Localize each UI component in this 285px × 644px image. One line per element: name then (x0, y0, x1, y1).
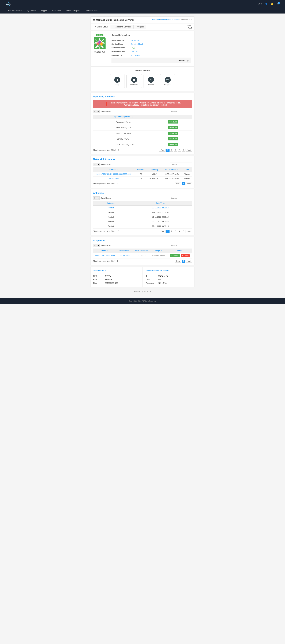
page-button[interactable]: Prev (175, 260, 182, 262)
spec-row: RAM 8192 MB (93, 278, 139, 281)
action-sort-icon[interactable]: ▲ (113, 202, 115, 204)
info-row-service-group: Service Group Server/VPS (112, 38, 191, 42)
snapshot-button[interactable]: 📷 Snapshot (160, 74, 175, 88)
logo: WISECP (6, 2, 11, 6)
address-sort-icon[interactable]: ▲ (117, 168, 119, 170)
breadcrumb-client-area[interactable]: Client Area (151, 19, 160, 21)
snapshot-image: Centos-8-stream (150, 253, 168, 258)
page-button[interactable]: Prev (159, 148, 166, 152)
bell-icon[interactable]: 🔔 (271, 2, 274, 5)
tab-additional-services[interactable]: ✦ Additional Services (111, 25, 133, 29)
table-row: AlmaLinux 9 (Linux) ↻ Rebuild (93, 125, 192, 130)
page-button[interactable]: 1 (166, 230, 170, 233)
network-record-count-select[interactable]: 510 (93, 163, 100, 166)
snapshots-table: Name ▲ Created On ▲ Auto Delete On Image… (93, 248, 192, 258)
activity-action: Restart (93, 215, 129, 220)
rebuild-button[interactable]: ↻ Rebuild (168, 120, 178, 124)
os-name: AlmaLinux 9 (Linux) (93, 125, 154, 130)
page-button[interactable]: 4 (178, 148, 182, 152)
page-button[interactable]: 3 (174, 148, 178, 152)
mac-sort-icon[interactable]: ▲ (177, 168, 179, 170)
cart-icon[interactable]: 🛒 0 (277, 3, 279, 5)
page-button[interactable]: 5 (182, 230, 186, 233)
page-button[interactable]: 1 (182, 182, 186, 185)
page-button[interactable]: 2 (170, 230, 174, 233)
activities-showing-text: Showing records from 21 to 1 - 5 (93, 230, 119, 232)
network-search-input[interactable] (170, 162, 192, 166)
rebuild-button[interactable]: ↻ Rebuild (168, 132, 178, 135)
nav-buy-new-service[interactable]: Buy New Service (6, 8, 24, 14)
activities-search-input[interactable] (170, 196, 192, 200)
shutdown-label: Shutdown (130, 84, 138, 86)
nav-bar: Buy New Service My Services Support My A… (0, 8, 285, 14)
activity-datetime: 20-11-2022 22:11:14 (129, 206, 192, 210)
activities-record-count-select[interactable]: 510 (93, 196, 100, 200)
created-sort-icon[interactable]: ▲ (129, 250, 131, 252)
tab-server-details[interactable]: ≡ Server Details (93, 25, 110, 29)
specifications-title: Specifications (93, 269, 139, 272)
shutdown-button[interactable]: ⏹ Shutdown (126, 74, 142, 88)
table-row: 38.242.140.0 21 38.242.136.1 00:50:56:48… (93, 176, 192, 181)
reboot-button[interactable]: ↻ Reboot (144, 74, 158, 88)
name-sort-icon[interactable]: ▲ (107, 250, 109, 252)
page-button[interactable]: Next (186, 182, 192, 185)
rebuild-button[interactable]: ↻ Rebuild (168, 137, 178, 140)
activities-show-record: 510 Show Record (93, 196, 111, 200)
spec-label: CPU (93, 275, 105, 277)
image-sort-icon[interactable]: ▲ (161, 250, 162, 252)
activity-datetime: 22-11-2022 00:11:43 (129, 220, 192, 224)
breadcrumb-servers[interactable]: Servers (172, 19, 178, 21)
page-button[interactable]: 4 (178, 230, 182, 233)
user-icon[interactable]: 👤 (265, 2, 268, 5)
upgrade-icon: ↑ (136, 26, 136, 28)
access-row: User root (146, 278, 192, 281)
page-button[interactable]: Prev (159, 230, 166, 233)
stop-label: Stop (114, 84, 121, 86)
page-button[interactable]: Next (186, 148, 192, 152)
page-button[interactable]: Next (186, 230, 192, 233)
page-button[interactable]: 1 (166, 148, 170, 152)
page-button[interactable]: 3 (174, 230, 178, 233)
breadcrumb-my-services[interactable]: My Services (161, 19, 171, 21)
network-gateway: 38.242.136.1 (147, 176, 162, 181)
access-value: ,Y31-wR7/U (158, 282, 167, 284)
restore-button[interactable]: ↩ Restore (170, 254, 180, 257)
page-button[interactable]: Prev (175, 182, 182, 185)
reboot-label: Reboot (147, 84, 155, 86)
activities-table: Action ▲ Date Time Restart 20-11-2022 22… (93, 201, 192, 228)
table-row: 2a02:c206:2109:3118:0000:0000:0000:0001 … (93, 172, 192, 176)
nav-support[interactable]: Support (39, 8, 50, 14)
sort-icon[interactable]: ▲ (131, 116, 133, 118)
operating-systems-section: Operating Systems ❗ Rebuilding your serv… (90, 93, 194, 154)
snapshots-search-input[interactable] (170, 244, 192, 247)
rebuild-button[interactable]: ↻ Rebuild (168, 126, 178, 129)
status-active-badge: Active (131, 47, 138, 49)
nav-knowledge-base[interactable]: Knowledge Base (82, 8, 100, 14)
info-row-status: Services Status Active (112, 46, 191, 50)
activities-table-controls: 510 Show Record (93, 196, 192, 200)
os-search-input[interactable] (170, 110, 192, 114)
activities-pagination: Showing records from 21 to 1 - 5 Prev123… (93, 230, 192, 233)
snapshots-record-count-select[interactable]: 510 (93, 244, 100, 247)
nav-my-account[interactable]: My Account (50, 8, 64, 14)
snapshot-name: vmi1093118-22-11-2022 (93, 253, 117, 258)
page-button[interactable]: 1 (182, 260, 186, 262)
page-button[interactable]: Next (186, 260, 192, 262)
nav-my-services[interactable]: My Services (24, 8, 38, 14)
tab-upgrade[interactable]: ↑ Upgrade (134, 25, 146, 29)
os-record-count-select[interactable]: 51025 (93, 110, 100, 113)
rebuild-button[interactable]: ↻ Rebuild (168, 143, 178, 146)
stop-button[interactable]: ⏸ Stop (110, 74, 125, 88)
col-created-on: Created On ▲ (117, 248, 133, 253)
page-button[interactable]: 5 (182, 148, 186, 152)
col-address: Address ▲ (93, 167, 135, 172)
network-netmask: 64 (135, 172, 147, 176)
delete-button[interactable]: ✕ Delete (181, 254, 190, 257)
nav-reseller-program[interactable]: Reseller Program (64, 8, 82, 14)
service-ip: 38.242.140.0 (94, 51, 106, 53)
currency-selector[interactable]: USD (258, 3, 262, 5)
page-button[interactable]: 2 (170, 148, 174, 152)
snapshots-showing-text: Showing records from 1 to 1 - 1 (93, 260, 118, 262)
col-mac: MAC Address ▲ (162, 167, 182, 172)
logo-icon: WISECP (6, 2, 11, 6)
